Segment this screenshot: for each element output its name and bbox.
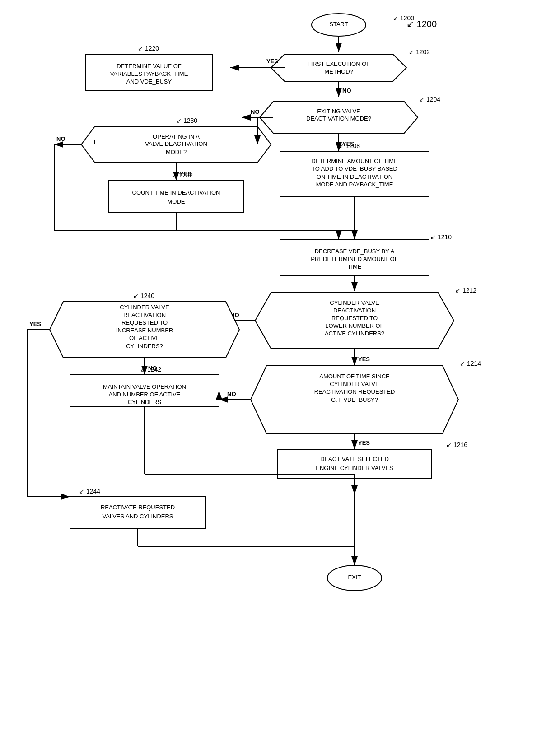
- no-1214: NO: [227, 391, 236, 397]
- no-1230: NO: [56, 135, 65, 142]
- yes-1214: YES: [358, 439, 370, 446]
- n1220-line1: DETERMINE VALUE OF: [117, 63, 182, 70]
- n1240-line4: INCREASE NUMBER: [116, 327, 173, 334]
- flowchart: START ↙ 1200 FIRST EXECUTION OF METHOD? …: [0, 0, 560, 745]
- n1210-line2: PREDETERMINED AMOUNT OF: [311, 256, 398, 262]
- n1204-line2: DEACTIVATION MODE?: [306, 115, 371, 122]
- n1216-line1: DEACTIVATE SELECTED: [320, 456, 389, 462]
- n1240-line5: OF ACTIVE: [129, 335, 160, 341]
- n1244-line1: REACTIVATE REQUESTED: [101, 504, 175, 511]
- yes-1202: YES: [266, 58, 278, 65]
- n1210-line1: DECREASE VDE_BUSY BY A: [315, 248, 395, 255]
- ref-1232: ↙ 1232: [172, 172, 193, 179]
- n1242-line3: CYLINDERS: [128, 399, 162, 405]
- n1240-line2: REACTIVATION: [123, 312, 166, 318]
- n1214-line3: REACTIVATION REQUESTED: [314, 388, 395, 395]
- no-1202: NO: [342, 87, 351, 94]
- ref-1230: ↙ 1230: [176, 117, 197, 124]
- n1214-line4: G.T. VDE_BUSY?: [331, 396, 378, 403]
- diagram-ref: ↙ 1200: [406, 19, 437, 29]
- n1212-line5: ACTIVE CYLINDERS?: [325, 330, 384, 337]
- diagram-container: START ↙ 1200 FIRST EXECUTION OF METHOD? …: [0, 0, 560, 745]
- n1204-line1: EXITING VALVE: [317, 108, 360, 115]
- start-label: START: [329, 21, 348, 28]
- svg-marker-4: [271, 54, 406, 81]
- ref-1240: ↙ 1240: [133, 292, 154, 299]
- ref-1204: ↙ 1204: [419, 96, 440, 103]
- n1212-line2: DEACTIVATION: [333, 307, 376, 314]
- n1230-line1: OPERATING IN A: [153, 133, 200, 140]
- n1232-line2: MODE: [168, 198, 185, 205]
- n1208-line2: TO ADD TO VDE_BUSY BASED: [312, 165, 397, 172]
- n1240-line1: CYLINDER VALVE: [120, 304, 169, 311]
- n1212-line1: CYLINDER VALVE: [330, 299, 379, 306]
- ref-1214: ↙ 1214: [460, 360, 481, 367]
- ref-1244: ↙ 1244: [79, 488, 100, 495]
- svg-rect-45: [70, 497, 205, 528]
- n1232-line1: COUNT TIME IN DEACTIVATION: [132, 189, 220, 196]
- n1212-line4: LOWER NUMBER OF: [325, 322, 383, 329]
- no-1204: NO: [251, 108, 260, 115]
- n1212-line3: REQUESTED TO: [331, 315, 378, 321]
- ref-1210: ↙ 1210: [430, 233, 452, 241]
- yes-1212: YES: [358, 356, 370, 363]
- n1230-line2: VALVE DEACTIVATION: [145, 140, 207, 147]
- n1214-line2: CYLINDER VALVE: [330, 381, 379, 387]
- ref-1202: ↙ 1202: [409, 48, 430, 56]
- ref-1212: ↙ 1212: [455, 287, 476, 294]
- yes-1240: YES: [29, 321, 41, 327]
- n1214-line1: AMOUNT OF TIME SINCE: [319, 373, 390, 380]
- n1208-line4: MODE AND PAYBACK_TIME: [316, 181, 393, 188]
- n1208-line3: ON TIME IN DEACTIVATION: [317, 173, 392, 180]
- n1242-line2: AND NUMBER OF ACTIVE: [109, 391, 181, 398]
- n1230-line3: MODE?: [166, 149, 187, 155]
- ref-1208: ↙ 1208: [339, 142, 360, 149]
- exit-label: EXIT: [348, 574, 361, 581]
- n1240-line3: REQUESTED TO: [121, 319, 168, 326]
- ref-1242: ↙ 1242: [140, 366, 161, 373]
- svg-rect-18: [108, 181, 244, 212]
- n1208-line1: DETERMINE AMOUNT OF TIME: [311, 158, 398, 164]
- n1210-line3: TIME: [347, 263, 361, 270]
- n1244-line2: VALVES AND CYLINDERS: [102, 513, 173, 520]
- ref-1216: ↙ 1216: [446, 441, 467, 448]
- n1240-line6: CYLINDERS?: [126, 343, 163, 349]
- n1216-line2: ENGINE CYLINDER VALVES: [316, 465, 393, 471]
- n1220-line3: AND VDE_BUSY: [126, 78, 172, 85]
- n1202-line1: FIRST EXECUTION OF: [308, 61, 370, 67]
- n1202-line2: METHOD?: [324, 68, 353, 75]
- n1220-line2: VARIABLES PAYBACK_TIME: [110, 70, 188, 77]
- n1242-line1: MAINTAIN VALVE OPERATION: [103, 383, 186, 390]
- ref-1220: ↙ 1220: [138, 45, 159, 52]
